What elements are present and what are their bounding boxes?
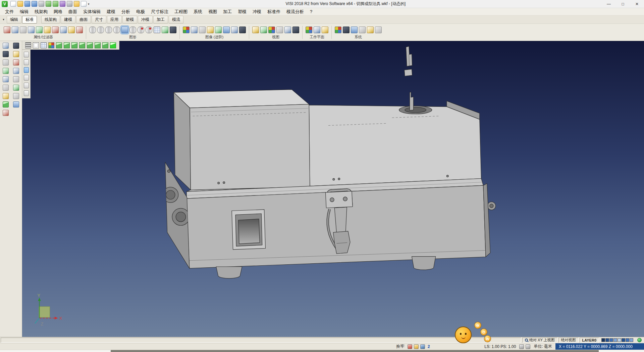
sphere-display-icon[interactable] <box>170 27 176 33</box>
erase-icon[interactable] <box>13 43 19 49</box>
sketch-mode-icon[interactable] <box>276 27 283 33</box>
saved-view-1-icon[interactable] <box>24 52 29 57</box>
lock-label[interactable]: 拴牢 <box>396 344 404 349</box>
color-swatch[interactable] <box>601 338 605 342</box>
view-back-icon[interactable] <box>79 42 85 48</box>
annotate-icon[interactable] <box>13 93 19 99</box>
menu-solid-edit[interactable]: 实体编辑 <box>80 9 104 15</box>
color-palette-icon[interactable] <box>335 27 341 33</box>
view-reference-indicator[interactable]: 绝对视图 <box>558 338 579 343</box>
tab-edit[interactable]: 编辑 <box>7 16 21 24</box>
zoom-window-icon[interactable] <box>3 76 9 82</box>
new-file-icon[interactable] <box>10 1 16 7</box>
layer-manager-icon[interactable] <box>375 27 382 33</box>
zoom-extents-icon[interactable] <box>284 27 291 33</box>
mesh-display-icon[interactable] <box>154 27 160 33</box>
tab-dimension[interactable]: 尺寸 <box>92 16 106 24</box>
context-menu-icon[interactable] <box>25 42 31 48</box>
help-icon[interactable] <box>81 1 87 7</box>
measure-icon[interactable] <box>13 85 19 91</box>
workplane-icon[interactable] <box>33 42 39 48</box>
view-bottom-icon[interactable] <box>64 42 70 48</box>
menu-file[interactable]: 文件 <box>2 9 17 15</box>
saved-view-3-icon[interactable] <box>24 67 29 73</box>
shaft-display-icon[interactable] <box>113 27 120 33</box>
maximize-button[interactable]: □ <box>616 0 630 8</box>
system-config-icon[interactable] <box>351 27 358 33</box>
horizontal-scrollbar[interactable] <box>0 350 644 352</box>
multi-view-icon[interactable] <box>48 42 54 48</box>
doc-info-icon[interactable] <box>519 344 524 349</box>
tube-display-icon[interactable] <box>97 27 104 33</box>
render-hidden-icon[interactable] <box>207 27 214 33</box>
color-swatch[interactable] <box>618 338 621 342</box>
snap-toggle-icon[interactable] <box>408 344 412 349</box>
attribute-editor-icon[interactable] <box>12 27 18 33</box>
tab-application[interactable]: 应用 <box>107 16 122 24</box>
redo-icon[interactable] <box>53 1 58 7</box>
menu-modeling[interactable]: 建模 <box>104 9 118 15</box>
menu-wireframe[interactable]: 线架构 <box>32 9 51 15</box>
monitor-icon[interactable] <box>343 27 350 33</box>
view-mode-indicator[interactable]: 绝对 XY 上视图 <box>522 338 557 343</box>
minimize-button[interactable]: — <box>602 0 616 8</box>
menu-help[interactable]: ? <box>307 9 315 14</box>
grid-toggle-icon[interactable] <box>414 344 419 349</box>
saved-view-4-icon[interactable] <box>24 75 29 81</box>
boss-display-icon[interactable] <box>129 27 136 33</box>
snap-point-icon[interactable] <box>3 59 9 65</box>
view-axonometric-icon[interactable] <box>102 42 108 48</box>
color-swatch[interactable] <box>609 338 613 342</box>
color-swatch[interactable] <box>630 338 633 342</box>
pocket-display-icon[interactable] <box>146 27 152 33</box>
save-icon[interactable] <box>24 1 30 7</box>
tab-machining[interactable]: 加工 <box>153 16 168 24</box>
render-wireframe-icon[interactable] <box>199 27 206 33</box>
tab-wireframe[interactable]: 线架构 <box>41 16 60 24</box>
render-globe-icon[interactable] <box>292 27 299 33</box>
delete-entity-icon[interactable] <box>3 51 9 57</box>
view-front-icon[interactable] <box>71 42 77 48</box>
color-swatch[interactable] <box>626 338 629 342</box>
iso-cube-icon[interactable] <box>3 101 9 107</box>
tabbar-dropdown-icon[interactable]: ▾ <box>1 18 6 21</box>
tab-modeling[interactable]: 建模 <box>61 16 75 24</box>
menu-surface[interactable]: 曲面 <box>65 9 80 15</box>
menu-drawing[interactable]: 工程图 <box>171 9 191 15</box>
paintbrush-icon[interactable] <box>36 27 43 33</box>
tab-mold[interactable]: 塑模 <box>122 16 137 24</box>
section-view-icon[interactable] <box>223 27 230 33</box>
effects-icon[interactable] <box>367 27 374 33</box>
view-right-icon[interactable] <box>95 42 101 48</box>
layer-assign-icon[interactable] <box>44 27 51 33</box>
menu-mold[interactable]: 塑模 <box>235 9 250 15</box>
cad-model[interactable]: Y X Z <box>22 41 644 337</box>
menu-standard-parts[interactable]: 标准件 <box>264 9 283 15</box>
tab-standard[interactable]: 标准 <box>22 16 37 24</box>
save-all-icon[interactable] <box>32 1 37 7</box>
view-left-icon[interactable] <box>87 42 93 48</box>
tab-die[interactable]: 冲模 <box>138 16 153 24</box>
axes-display-icon[interactable] <box>162 27 168 33</box>
workplane-list-icon[interactable] <box>13 101 19 107</box>
trim-icon[interactable] <box>13 59 19 65</box>
color-swatch[interactable] <box>605 338 609 342</box>
session-icon[interactable] <box>526 344 530 349</box>
workplane-xy-icon[interactable] <box>306 27 312 33</box>
saved-view-2-icon[interactable] <box>24 59 29 65</box>
saved-view-6-icon[interactable] <box>24 90 29 96</box>
tab-surface[interactable]: 曲面 <box>76 16 91 24</box>
menu-analysis[interactable]: 分析 <box>118 9 133 15</box>
menu-view[interactable]: 视图 <box>205 9 220 15</box>
link-attributes-icon[interactable] <box>28 27 35 33</box>
dynamic-rotate-icon[interactable] <box>3 68 9 74</box>
axonometric-view-icon[interactable] <box>268 27 275 33</box>
menu-edit[interactable]: 编辑 <box>17 9 32 15</box>
texture-icon[interactable] <box>215 27 222 33</box>
workplane-edit-icon[interactable] <box>322 27 328 33</box>
explode-icon[interactable] <box>13 76 19 82</box>
view-isometric-icon[interactable] <box>110 42 116 48</box>
menu-die[interactable]: 冲模 <box>250 9 264 15</box>
materials-icon[interactable] <box>3 110 9 116</box>
menu-mesh[interactable]: 网格 <box>51 9 65 15</box>
